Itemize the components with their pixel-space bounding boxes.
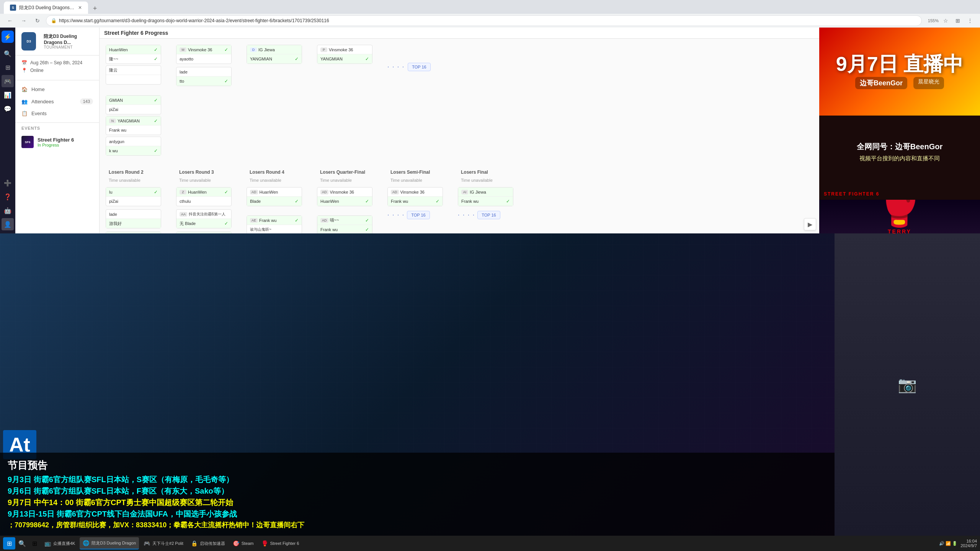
mid-round-1: GMIAN ✓ piZai N YANGMIAN ✓ [106, 95, 167, 159]
player-huanwen-top: HuanWen ✓ [106, 45, 161, 54]
taskbar-polit-icon: 🎮 [144, 540, 150, 546]
match-yangmian-frank: N YANGMIAN ✓ Frank wu [106, 116, 161, 135]
sidebar-meta: 📅 Aug 26th – Sep 8th, 2024 📍 Online [15, 55, 99, 80]
tournament-name: 陪龙D3 Dueling Dragons D... [44, 33, 93, 45]
bracket-container[interactable]: HuanWen ✓ 隆~~ ✓ 隆云 [100, 39, 819, 233]
lqf-match2: AD 喵~~ ✓ Frank wu ✓ [317, 215, 372, 233]
lr3-p1-douyin: AA 抖音关注街霸6第一人 [176, 210, 231, 219]
losers-sf: Losers Semi-Final Time unavailable AD Vi… [387, 168, 449, 233]
ad-middle-title: 全网同号：边哥BeenGor [857, 142, 942, 152]
taskbar-item-sf6[interactable]: 🥊 Street Fighter 6 [258, 537, 302, 549]
taskbar-search[interactable]: 🔍 [17, 538, 28, 549]
schedule-item-2: 9月6日 街霸6官方组队赛SFL日本站，F赛区（有东大，Sako等） [8, 486, 827, 496]
losers-grid: Losers Round 2 Time unavailable lu ✓ piZ… [106, 168, 813, 233]
bottom-content: At 节目预告 9月3日 街霸6官方组队赛SFL日本站，S赛区（有梅原，毛毛奇等… [0, 233, 980, 536]
icon-nav4[interactable]: 💬 [2, 103, 14, 115]
player-vins-semi: P Vinsmoke 36 [317, 45, 372, 54]
taskbar: ⊞ 🔍 ⊞ 📺 众播直播4K 🌐 陪龙D3 Dueling Dragon 🎮 天… [0, 536, 980, 551]
icon-add[interactable]: ➕ [2, 177, 14, 189]
lr4-p2-blade2: Blade ✓ [247, 197, 302, 206]
winners-section: HuanWen ✓ 隆~~ ✓ 隆云 [106, 45, 813, 89]
player-yangmian-top: YANGMIAN ✓ [247, 54, 302, 64]
lr4-p1-frankwu3: AE Frank wu ✓ [247, 216, 302, 225]
bookmark-button[interactable]: ☆ [940, 15, 951, 26]
middle-section: GMIAN ✓ piZai N YANGMIAN ✓ [106, 95, 813, 159]
player-ayaotto: ayaotto [176, 54, 231, 64]
lr4-match2: AE Frank wu ✓ 诶与山鬼听~ [247, 215, 302, 233]
icon-help[interactable]: ❓ [2, 191, 14, 203]
forward-button[interactable]: → [18, 15, 29, 26]
extensions-button[interactable]: ⊞ [952, 15, 963, 26]
tab-bar: S 陪龙D3 Dueling Dragons Do... ✕ + [0, 0, 980, 14]
top16-badge: TOP 16 [408, 63, 431, 71]
taskbar-item-vpn[interactable]: 🔒 启动传加速器 [188, 537, 228, 549]
icon-nav3[interactable]: 📊 [2, 89, 14, 101]
schedule-item-4: 9月13日-15日 街霸6官方CPT线下白金法国UFA，中国选手小孩参战 [8, 509, 827, 519]
taskbar-steam-icon: 🎯 [233, 540, 239, 546]
lr3-match1: Z HuanWen ✓ cthulu [176, 187, 232, 206]
menu-button[interactable]: ⋮ [965, 15, 975, 26]
lr4-match1: AD HuanWen Blade ✓ [247, 187, 302, 206]
lsf-top16: · · · · TOP 16 [387, 209, 449, 221]
active-tab[interactable]: S 陪龙D3 Dueling Dragons Do... ✕ [4, 2, 88, 14]
lr2-p1-lade: lade [106, 210, 161, 219]
lsf-p2-frankwu: Frank wu ✓ [388, 197, 443, 206]
player-frank-wu-mid: Frank wu [106, 126, 161, 135]
lr-connector5 [449, 168, 457, 233]
address-bar[interactable]: 🔒 https://www.start.gg/tournament/d3-due… [46, 15, 922, 26]
player-tto: tto ✓ [176, 77, 231, 86]
lsf-p1-vins36: AD Vinsmoke 36 [388, 187, 443, 197]
sidebar-header: D3 陪龙D3 Dueling Dragons D... TOURNAMENT [15, 28, 99, 55]
sidebar-item-events[interactable]: 📋 Events [15, 108, 99, 119]
lqf-p1-vins: AD Vinsmoke 36 [317, 187, 372, 197]
ad-top: 9月7日 直播中 边哥BeenGor 晨星晓光 [819, 28, 980, 116]
sidebar-event-sf6[interactable]: SF6 Street Fighter 6 In Progress [21, 134, 93, 150]
stream-main-area: At 节目预告 9月3日 街霸6官方组队赛SFL日本站，S赛区（有梅原，毛毛奇等… [0, 233, 835, 536]
right-panel: 9月7日 直播中 边哥BeenGor 晨星晓光 全网同号：边哥BeenGor 视… [819, 28, 980, 233]
start-button[interactable]: ⊞ [3, 537, 15, 549]
taskbar-item-steam[interactable]: 🎯 Steam [230, 537, 257, 549]
sidebar-events: EVENTS SF6 Street Fighter 6 In Progress [15, 123, 99, 153]
icon-ai[interactable]: 🤖 [2, 204, 14, 217]
taskbar-item-polit[interactable]: 🎮 天下斗士#2 Polit [140, 537, 186, 549]
taskbar-bcast-icon: 📺 [44, 540, 51, 546]
location-icon: 📍 [21, 68, 27, 73]
lr3-p2-cthulu: cthulu [176, 197, 231, 206]
icon-nav1[interactable]: ⊞ [2, 61, 14, 73]
new-tab-button[interactable]: + [90, 3, 100, 14]
match-vins-yang: P Vinsmoke 36 YANGMIAN ✓ [317, 45, 372, 64]
sidebar-item-attendees[interactable]: 👥 Attendees 143 [15, 95, 99, 108]
content-area: Street Fighter 6 Progress HuanWen ✓ 隆~~ [100, 28, 819, 233]
player-gmian: GMIAN ✓ [106, 96, 161, 105]
icon-search[interactable]: 🔍 [2, 47, 14, 60]
losers-qf: Losers Quarter-Final Time unavailable AD… [317, 168, 378, 233]
match-long-yun: 隆云 [106, 65, 161, 85]
events-icon: 📋 [21, 111, 28, 116]
losers-round4: Losers Round 4 Time unavailable AD HuanW… [247, 168, 308, 233]
taskbar-widgets[interactable]: ⊞ [29, 538, 40, 549]
taskbar-browser-icon: 🌐 [83, 540, 89, 546]
tab-close-button[interactable]: ✕ [78, 5, 82, 10]
bottom-area: At 节目预告 9月3日 街霸6官方组队赛SFL日本站，S赛区（有梅原，毛毛奇等… [0, 233, 980, 536]
scroll-right-button[interactable]: ▶ [804, 218, 816, 230]
taskbar-item-browser[interactable]: 🌐 陪龙D3 Dueling Dragon [80, 537, 139, 549]
losers-final: Losers Final Time unavailable AI IG Jiew… [458, 168, 519, 233]
startgg-logo[interactable]: ⚡ [2, 31, 14, 43]
player-yangmian-mid: N YANGMIAN ✓ [106, 116, 161, 126]
taskbar-item-bcast[interactable]: 📺 众播直播4K [41, 537, 78, 549]
back-button[interactable]: ← [5, 15, 15, 26]
sf6-label: STREET FIGHTER 6 [824, 191, 879, 197]
lr2-p2-woyuhao: 游我好 [106, 219, 161, 228]
location: 📍 Online [21, 68, 93, 73]
losers-section: Losers Round 2 Time unavailable lu ✓ piZ… [106, 168, 813, 233]
icon-user[interactable]: 👤 [2, 218, 14, 230]
icon-nav2[interactable]: 🎮 [2, 75, 14, 87]
contact-info: ；707998642，房管群/组织比赛，加VX：83833410；拳霸各大主流摇… [8, 520, 827, 530]
terry-label: Terry [888, 228, 911, 233]
taskbar-sf6-icon: 🥊 [261, 540, 268, 546]
player-pizai: piZai [106, 105, 161, 114]
refresh-button[interactable]: ↻ [32, 15, 43, 26]
ad-middle-sub: 视频平台搜到的内容和直播不同 [859, 155, 940, 162]
sidebar-item-home[interactable]: 🏠 Home [15, 83, 99, 95]
connector4 [379, 45, 387, 89]
